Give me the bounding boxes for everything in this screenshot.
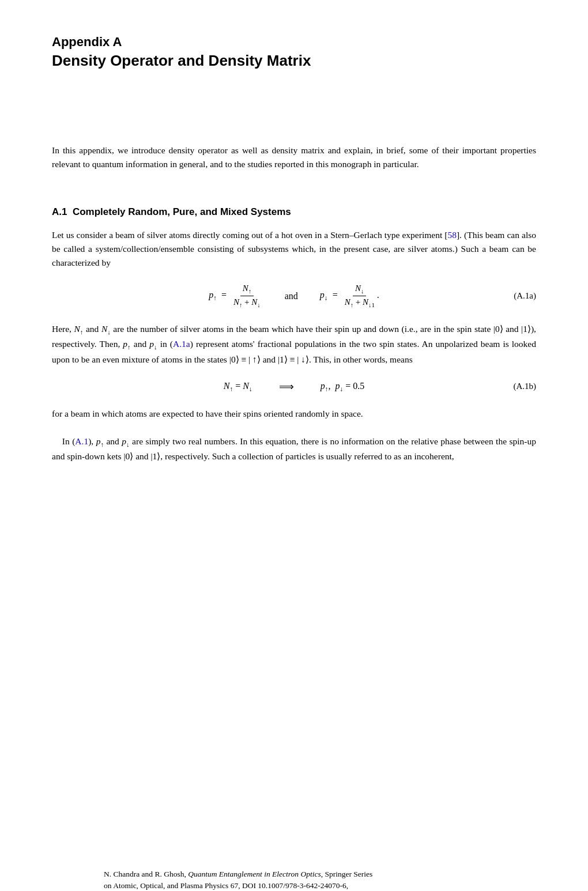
eq-a1a-label: (A.1a) — [514, 291, 536, 301]
footer-line1: N. Chandra and R. Ghosh, Quantum Entangl… — [104, 870, 372, 878]
equation-a1a: p↑ = N↑ N↑ + N↓ and p↓ = N↓ N↑ + N↓1 . (… — [52, 284, 536, 308]
numerator-p-down: N↓ — [353, 284, 366, 296]
eq-a1b-content: N↑ = N↓ ⟹ p↑, p↓ = 0.5 — [224, 380, 364, 393]
eq-a1a-rhs: p↓ = N↓ N↑ + N↓1 . — [320, 284, 379, 308]
section-number: A.1 — [52, 206, 67, 217]
eq-a1b-lhs: N↑ = N↓ — [224, 381, 252, 392]
paragraph-1: Let us consider a beam of silver atoms d… — [52, 228, 536, 270]
paragraph-3: for a beam in which atoms are expected t… — [52, 407, 536, 421]
eq-a1b-rhs: p↑, p↓ = 0.5 — [321, 381, 365, 392]
numerator-p-up: N↑ — [240, 284, 254, 296]
eq-a1b-label: (A.1b) — [513, 382, 536, 391]
footer-left: N. Chandra and R. Ghosh, Quantum Entangl… — [104, 869, 484, 891]
section-title: Completely Random, Pure, and Mixed Syste… — [73, 206, 291, 217]
spacer-para3-4 — [52, 421, 536, 435]
ref-a1-link[interactable]: A.1 — [75, 436, 88, 446]
denominator-p-up: N↑ + N↓ — [231, 296, 263, 308]
paragraph-2: Here, N↑ and N↓ are the number of silver… — [52, 322, 536, 367]
spacer-before-section — [52, 171, 536, 194]
intro-paragraph: In this appendix, we introduce density o… — [52, 144, 536, 171]
equation-a1b: N↑ = N↓ ⟹ p↑, p↓ = 0.5 (A.1b) — [52, 380, 536, 393]
appendix-title-block: Appendix A Density Operator and Density … — [52, 35, 536, 70]
spacer-after-title — [52, 74, 536, 144]
footer-line2: on Atomic, Optical, and Plasma Physics 6… — [104, 881, 348, 890]
page-wrapper: Appendix A Density Operator and Density … — [52, 35, 536, 891]
denominator-p-down: N↑ + N↓1 — [342, 296, 377, 308]
appendix-label: Appendix A — [52, 35, 536, 50]
fraction-p-up: N↑ N↑ + N↓ — [231, 284, 263, 308]
eq-a1a-lhs: p↑ = N↑ N↑ + N↓ — [209, 284, 263, 308]
ref-58-link[interactable]: 58 — [447, 230, 457, 240]
section-heading: A.1 Completely Random, Pure, and Mixed S… — [52, 206, 536, 218]
footer: N. Chandra and R. Ghosh, Quantum Entangl… — [52, 869, 536, 891]
paragraph-4: In (A.1), p↑ and p↓ are simply two real … — [52, 435, 536, 463]
eq-a1a-and: and — [279, 291, 304, 301]
ref-a1a-link[interactable]: A.1a — [173, 339, 190, 349]
eq-a1b-implies: ⟹ — [269, 380, 304, 393]
fraction-p-down: N↓ N↑ + N↓1 — [342, 284, 377, 308]
eq-a1a-content: p↑ = N↑ N↑ + N↓ and p↓ = N↓ N↑ + N↓1 . — [209, 284, 379, 308]
appendix-main-title: Density Operator and Density Matrix — [52, 52, 536, 70]
